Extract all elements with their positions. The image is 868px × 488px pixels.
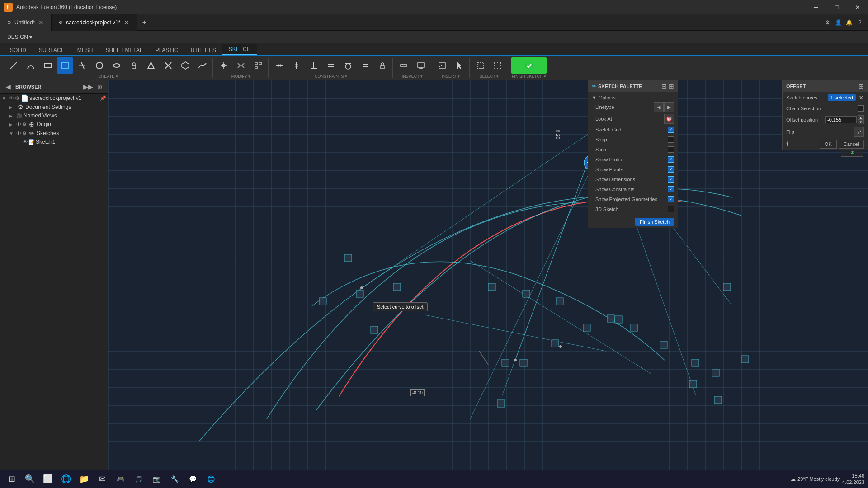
flip-icon-btn[interactable]: ⇄ [854,127,864,137]
taskbar-app1[interactable]: 🎮 [112,471,128,487]
taskbar-app4[interactable]: 🔧 [166,471,183,487]
sidebar-settings-icon[interactable]: ⊕ [95,82,104,91]
tool-window-select[interactable] [490,57,506,74]
linetype-next-icon[interactable]: ▶ [664,102,674,112]
tab-utilities[interactable]: UTILITIES [184,45,222,55]
tool-equal[interactable] [357,57,373,74]
offset-panel-expand-icon[interactable]: ⊞ [859,83,864,90]
showprojected-checkbox[interactable] [668,196,674,202]
tool-tangent[interactable] [340,57,356,74]
tree-sketch1-eye-icon[interactable]: 👁 [23,139,28,145]
tool-arc[interactable] [23,57,39,74]
start-button[interactable]: ⊞ [4,471,20,487]
tree-sketches-eye-icon[interactable]: 👁 [16,131,21,136]
3dsketch-checkbox[interactable] [668,206,674,212]
close-button[interactable]: ✕ [847,0,868,14]
taskview-button[interactable]: ⬜ [40,471,56,487]
linetype-prev-icon[interactable]: ◀ [654,102,664,112]
tree-item-docsettings[interactable]: ▶ ⚙ Document Settings [0,103,108,112]
tab-mesh[interactable]: MESH [71,45,99,55]
tree-item-origin[interactable]: ▶ 👁 ⚙ ⊕ Origin [0,120,108,129]
tab-notification-icon[interactable]: 🔔 [844,18,854,27]
tool-perpendicular[interactable] [306,57,322,74]
taskbar-app2[interactable]: 🎵 [130,471,146,487]
palette-finish-sketch-button[interactable]: Finish Sketch [635,218,674,226]
tab-help-icon[interactable]: ? [855,18,864,27]
tab-solid[interactable]: SOLID [4,45,33,55]
maximize-button[interactable]: □ [826,0,847,14]
sidebar-expand-icon[interactable]: ▶▶ [84,82,93,91]
tool-pattern[interactable] [250,57,266,74]
taskbar-mail[interactable]: ✉ [94,471,110,487]
showconstraints-checkbox[interactable] [668,186,674,192]
tab-close-icon[interactable]: ✕ [38,19,44,26]
sketch-palette-collapse-icon[interactable]: ⊟ [661,83,667,90]
tool-circle[interactable] [91,57,108,74]
sketch-curves-close-icon[interactable]: ✕ [859,94,864,101]
search-button[interactable]: 🔍 [22,471,38,487]
tool-constraint-lock[interactable] [374,57,391,74]
tool-lock[interactable] [126,57,142,74]
tool-spline[interactable] [194,57,211,74]
tab-untitled[interactable]: ⊙ Untitled* ✕ [0,14,52,31]
tab-sacredclock[interactable]: ⊙ sacredclockproject v1* ✕ [52,14,137,31]
tree-pin-icon[interactable]: 📌 [100,95,106,101]
tool-triangle[interactable] [143,57,159,74]
taskbar-browser[interactable]: 🌐 [203,471,219,487]
sketch-palette-expand-icon[interactable]: ⊞ [669,83,674,90]
tree-item-root[interactable]: ▼ 👁 ⚙ 📄 sacredclockproject v1 📌 [0,94,108,103]
tool-vertical[interactable] [288,57,305,74]
showdimensions-checkbox[interactable] [668,176,674,183]
tool-polygon[interactable] [177,57,193,74]
tool-rectangle[interactable] [40,57,56,74]
tool-select[interactable] [472,57,489,74]
new-tab-button[interactable]: + [137,14,151,31]
chain-selection-checkbox[interactable] [858,105,864,112]
finish-sketch-button[interactable] [511,57,547,74]
minimize-button[interactable]: ─ [806,0,826,14]
tool-trim[interactable] [74,57,90,74]
taskbar-app5[interactable]: 💬 [184,471,201,487]
tool-horizontal[interactable] [271,57,288,74]
sidebar-back-icon[interactable]: ◀ [4,82,13,91]
showpoints-checkbox[interactable] [668,166,674,173]
tab-settings-icon[interactable]: ⚙ [823,18,832,27]
lookat-icon-btn[interactable]: 🎯 [664,114,674,124]
clock[interactable]: 18:46 4.02.2023 [842,473,864,486]
tab-sheetmetal[interactable]: SHEET METAL [99,45,149,55]
tool-offset[interactable] [57,57,73,74]
slice-checkbox[interactable] [668,146,674,153]
tool-cursor[interactable] [451,57,467,74]
tree-item-sketches[interactable]: ▼ 👁 ⚙ ✏ Sketches [0,129,108,138]
sketch-palette-section-header[interactable]: ▼ Options [588,94,678,101]
canvas-area[interactable]: Select curve to offset -0.10 0.20 -0.155… [108,80,868,488]
tool-parallel[interactable] [323,57,339,74]
tool-ellipse[interactable] [108,57,125,74]
cancel-button[interactable]: Cancel [839,140,864,149]
sketchgrid-checkbox[interactable] [668,127,674,133]
tree-item-sketch1[interactable]: ▶ 👁 📝 Sketch1 [0,138,108,146]
tool-line[interactable] [5,57,22,74]
taskbar-app3[interactable]: 📷 [148,471,165,487]
tab-sketch[interactable]: SKETCH [222,44,257,55]
offset-spin-down-icon[interactable]: ▼ [858,120,864,124]
offset-position-input[interactable] [825,116,857,123]
tree-origin-eye-icon[interactable]: 👁 [16,122,21,127]
tab-account-icon[interactable]: 👤 [834,18,843,27]
tab-close-icon2[interactable]: ✕ [124,19,129,26]
snap-checkbox[interactable] [668,136,674,143]
tree-item-namedviews[interactable]: ▶ 🎥 Named Views [0,112,108,120]
tab-plastic[interactable]: PLASTIC [149,45,184,55]
tool-measure[interactable] [396,57,412,74]
tool-display[interactable] [413,57,429,74]
tool-modify1[interactable] [216,57,232,74]
tree-eye-icon[interactable]: 👁 [9,95,14,101]
tab-surface[interactable]: SURFACE [33,45,71,55]
taskbar-edge[interactable]: 🌐 [58,471,74,487]
design-menu[interactable]: DESIGN ▾ [4,33,36,41]
tool-cross[interactable] [160,57,176,74]
taskbar-explorer[interactable]: 📁 [76,471,92,487]
tool-insert-image[interactable] [434,57,450,74]
offset-spin-up-icon[interactable]: ▲ [858,115,864,120]
showprofile-checkbox[interactable] [668,156,674,163]
